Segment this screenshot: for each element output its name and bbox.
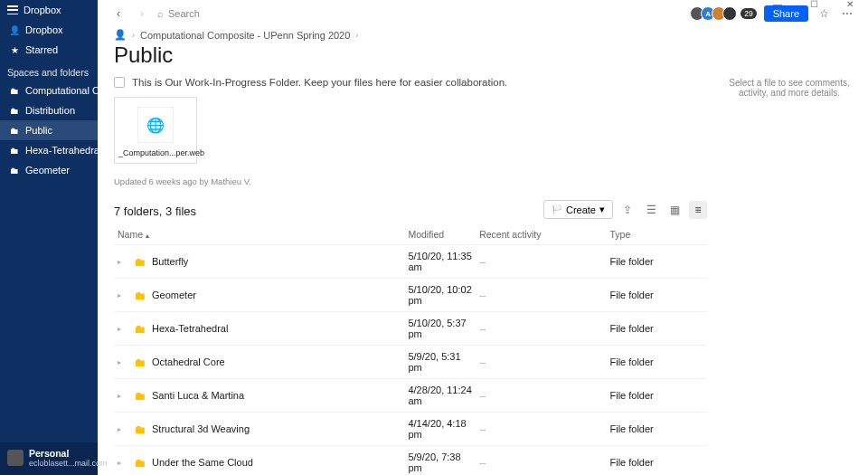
table-row[interactable]: ▸ 🖿 Geometer 5/10/20, 10:02 pm -- File f… (114, 279, 707, 312)
main-panel: ‹ › ⌕ Search A 29 Share ☆ ⋯ 👤 › Computat… (98, 0, 868, 475)
sidebar-folder-item[interactable]: 🖿Hexa-Tetrahedral (0, 140, 98, 160)
table-row[interactable]: ▸ 🖿 Structural 3d Weaving 4/14/20, 4:18 … (114, 413, 707, 446)
table-row[interactable]: ▸ 🖿 Hexa-Tetrahedral 5/10/20, 5:37 pm --… (114, 312, 707, 346)
star-button[interactable]: ☆ (816, 5, 832, 22)
page-title: Public (114, 43, 707, 68)
activity-empty: -- (479, 256, 486, 267)
list-toolbar: 🏳️ Create ▾ ⇪ ☰ ▦ ≡ (114, 200, 707, 219)
search-placeholder: Search (168, 8, 200, 19)
col-modified[interactable]: Modified (404, 224, 476, 245)
sidebar-item-label: Dropbox (25, 24, 63, 35)
sidebar-item-label: Distribution (25, 105, 75, 116)
folder-description-row: This is Our Work-In-Progress Folder. Kee… (114, 77, 707, 88)
collaborator-avatars[interactable]: A (693, 6, 737, 21)
chevron-down-icon: ▾ (599, 204, 605, 215)
list-view-button[interactable]: ☰ (642, 201, 660, 219)
folder-description: This is Our Work-In-Progress Folder. Kee… (132, 77, 507, 88)
folder-icon: 🖿 (132, 455, 146, 470)
table-row[interactable]: ▸ 🖿 Under the Same Cloud 5/9/20, 7:38 pm… (114, 446, 707, 476)
expander-icon[interactable]: ▸ (118, 425, 127, 433)
file-name: Under the Same Cloud (152, 457, 253, 468)
folder-icon: 🖿 (9, 105, 20, 116)
expander-icon[interactable]: ▸ (118, 392, 127, 400)
table-row[interactable]: ▸ 🖿 Butterfly 5/10/20, 11:35 am -- File … (114, 245, 707, 279)
breadcrumb-item[interactable]: Computational Composite - UPenn Spring 2… (140, 30, 350, 41)
file-name: Hexa-Tetrahedral (152, 323, 228, 334)
updated-text: Updated 6 weeks ago by Mathieu V. (114, 176, 707, 186)
upload-button[interactable]: ⇪ (618, 201, 637, 219)
expander-icon[interactable]: ▸ (118, 325, 127, 333)
col-type[interactable]: Type (606, 224, 707, 245)
activity-empty: -- (479, 423, 486, 434)
file-type: File folder (606, 446, 707, 476)
table-row[interactable]: ▸ 🖿 Octahedral Core 5/9/20, 5:31 pm -- F… (114, 346, 707, 379)
account-box[interactable]: Personal ecloblasett...mail.com (0, 442, 98, 475)
file-name: Santi Luca & Martina (152, 390, 244, 401)
search-icon: ⌕ (157, 8, 164, 19)
folder-icon: 🖿 (132, 422, 146, 436)
checkbox[interactable] (114, 77, 125, 88)
sidebar: Dropbox 👤Dropbox★Starred Spaces and fold… (0, 0, 98, 475)
nav-back-button[interactable]: ‹ (110, 5, 127, 22)
expander-icon[interactable]: ▸ (118, 291, 127, 299)
folder-icon: 🖿 (9, 145, 20, 156)
folder-icon: 🖿 (132, 388, 146, 403)
pinned-file-name: _Computation...per.web (118, 148, 193, 157)
account-email: ecloblasett...mail.com (29, 459, 108, 468)
expander-icon[interactable]: ▸ (118, 459, 127, 467)
sidebar-folder-item[interactable]: 🖿Geometer (0, 160, 98, 180)
activity-empty: -- (479, 356, 486, 367)
window-controls: — ☐ ✕ (760, 0, 868, 7)
sidebar-folder-item[interactable]: 🖿Computational Co... (0, 81, 98, 100)
sidebar-folder-item[interactable]: 🖿Distribution (0, 100, 98, 120)
sidebar-item-label: Starred (25, 44, 58, 55)
account-avatar (7, 450, 24, 466)
collaborator-count[interactable]: 29 (741, 8, 756, 19)
sidebar-item-label: Hexa-Tetrahedral (25, 145, 98, 156)
sidebar-section-label: Spaces and folders (0, 60, 98, 81)
nav-forward-button[interactable]: › (134, 5, 150, 22)
sidebar-item[interactable]: ★Starred (0, 40, 98, 60)
sidebar-folder-item[interactable]: 🖿Public (0, 120, 98, 140)
avatar (722, 6, 737, 21)
col-activity[interactable]: Recent activity (476, 224, 606, 245)
folder-icon: 🖿 (9, 165, 20, 176)
person-icon: 👤 (9, 24, 20, 35)
win-min[interactable]: — (760, 0, 796, 7)
win-close[interactable]: ✕ (832, 0, 868, 7)
folder-icon: 🖿 (132, 288, 146, 302)
file-type: File folder (606, 346, 707, 379)
sidebar-item-label: Computational Co... (25, 85, 98, 96)
win-max[interactable]: ☐ (796, 0, 832, 7)
sidebar-item-label: Geometer (25, 165, 70, 176)
pinned-file-card[interactable]: 🌐 _Computation...per.web (114, 97, 197, 164)
expander-icon[interactable]: ▸ (118, 258, 127, 266)
file-modified: 5/10/20, 5:37 pm (404, 312, 476, 346)
folder-icon: 🖿 (132, 254, 146, 269)
sort-asc-icon: ▴ (146, 232, 149, 240)
person-icon: 👤 (114, 29, 127, 41)
create-button[interactable]: 🏳️ Create ▾ (543, 200, 613, 219)
expander-icon[interactable]: ▸ (118, 358, 127, 366)
detail-view-button[interactable]: ≡ (689, 201, 707, 219)
file-type: File folder (606, 379, 707, 413)
share-button[interactable]: Share (764, 5, 808, 22)
file-modified: 4/28/20, 11:24 am (404, 379, 476, 413)
details-sidebar: Select a file to see comments, activity,… (723, 24, 868, 475)
breadcrumb-sep: › (132, 31, 135, 40)
folder-icon: 🖿 (9, 85, 20, 96)
file-type: File folder (606, 413, 707, 446)
sidebar-item[interactable]: 👤Dropbox (0, 20, 98, 40)
file-table: Name ▴ Modified Recent activity Type ▸ 🖿… (114, 224, 707, 475)
search-input[interactable]: ⌕ Search (157, 8, 686, 19)
file-name: Geometer (152, 290, 196, 300)
menu-icon[interactable] (7, 5, 18, 14)
grid-view-button[interactable]: ▦ (665, 201, 684, 219)
table-row[interactable]: ▸ 🖿 Santi Luca & Martina 4/28/20, 11:24 … (114, 379, 707, 413)
col-name[interactable]: Name ▴ (114, 224, 404, 245)
activity-empty: -- (479, 457, 486, 468)
topbar: ‹ › ⌕ Search A 29 Share ☆ ⋯ (98, 0, 868, 24)
web-file-icon: 🌐 (137, 107, 174, 143)
file-type: File folder (606, 312, 707, 346)
file-name: Butterfly (152, 256, 188, 267)
